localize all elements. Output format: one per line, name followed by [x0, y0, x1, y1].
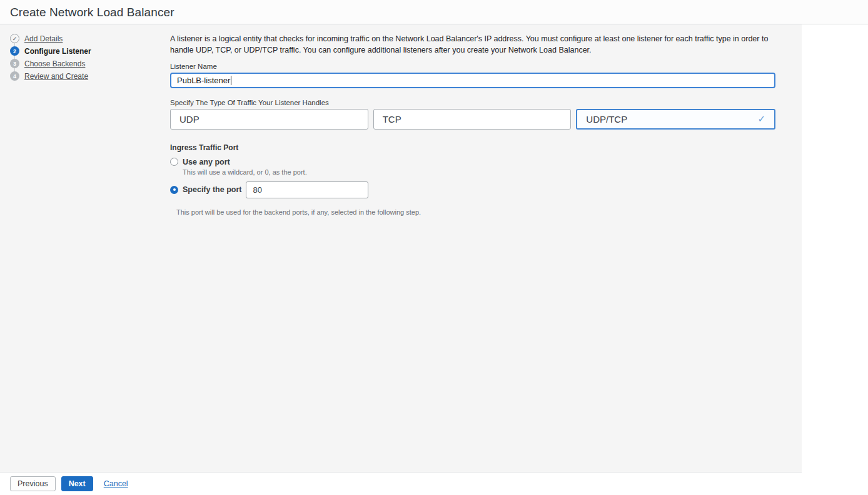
use-any-port-helper: This will use a wildcard, or 0, as the p… — [183, 168, 775, 176]
port-helper: This port will be used for the backend p… — [176, 208, 775, 216]
step-number-badge: 4 — [10, 71, 19, 81]
radio-specify-the-port[interactable]: Specify the port — [170, 181, 775, 198]
wizard-sidebar: ✓ Add Details 2 Configure Listener 3 Cho… — [0, 24, 170, 472]
step-configure-listener[interactable]: 2 Configure Listener — [10, 46, 164, 56]
traffic-option-udp-tcp[interactable]: UDP/TCP ✓ — [576, 109, 775, 130]
step-choose-backends[interactable]: 3 Choose Backends — [10, 59, 164, 68]
wizard-steps: ✓ Add Details 2 Configure Listener 3 Cho… — [10, 34, 164, 81]
step-add-details[interactable]: ✓ Add Details — [10, 34, 164, 43]
step-label: Review and Create — [24, 72, 88, 81]
traffic-option-label: UDP/TCP — [586, 114, 627, 125]
listener-name-value: PubLB-listener — [177, 76, 230, 85]
listener-description: A listener is a logical entity that chec… — [170, 34, 775, 56]
port-input[interactable] — [246, 181, 368, 198]
step-number-badge: 2 — [10, 46, 19, 56]
traffic-type-label: Specify The Type Of Traffic Your Listene… — [170, 99, 775, 106]
listener-name-label: Listener Name — [170, 63, 775, 70]
step-number-badge: 3 — [10, 59, 19, 68]
step-label: Configure Listener — [24, 47, 91, 56]
next-button[interactable]: Next — [61, 476, 93, 491]
configure-listener-form: A listener is a logical entity that chec… — [170, 24, 802, 472]
step-completed-check-icon: ✓ — [10, 34, 19, 43]
traffic-option-tcp[interactable]: TCP — [373, 109, 572, 130]
wizard-footer: Previous Next Cancel — [0, 472, 868, 494]
ingress-port-label: Ingress Traffic Port — [170, 143, 775, 152]
step-review-and-create[interactable]: 4 Review and Create — [10, 71, 164, 81]
step-label: Choose Backends — [24, 59, 85, 68]
radio-label: Use any port — [183, 158, 230, 166]
page-header: Create Network Load Balancer — [0, 0, 868, 24]
previous-button[interactable]: Previous — [10, 476, 56, 491]
step-label: Add Details — [24, 34, 63, 43]
radio-use-any-port[interactable]: Use any port — [170, 158, 775, 166]
radio-icon — [170, 158, 178, 166]
wizard-panel: ✓ Add Details 2 Configure Listener 3 Cho… — [0, 24, 802, 472]
listener-name-input[interactable]: PubLB-listener — [170, 73, 775, 88]
traffic-option-label: TCP — [383, 114, 401, 125]
page-title: Create Network Load Balancer — [10, 6, 858, 19]
traffic-option-label: UDP — [179, 114, 199, 125]
cancel-link[interactable]: Cancel — [104, 479, 128, 488]
text-caret — [231, 76, 231, 85]
traffic-type-options: UDP TCP UDP/TCP ✓ — [170, 109, 775, 130]
radio-icon — [170, 186, 178, 194]
traffic-option-udp[interactable]: UDP — [170, 109, 368, 130]
radio-label: Specify the port — [183, 185, 241, 194]
check-icon: ✓ — [757, 113, 765, 125]
